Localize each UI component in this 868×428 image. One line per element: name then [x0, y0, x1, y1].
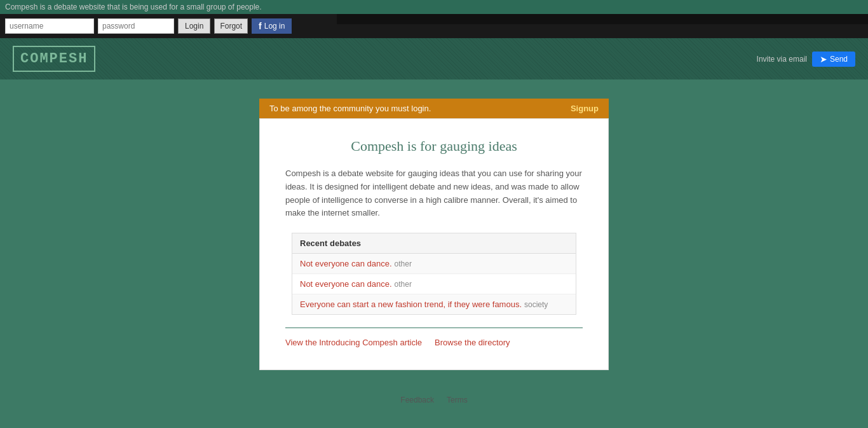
page-footer: Feedback Terms	[400, 396, 467, 404]
card-title: Compesh is for gauging ideas	[285, 138, 583, 155]
debate-item: Not everyone can dance.other	[292, 274, 576, 294]
header: COMPESH Invite via email ➤ Send	[0, 38, 868, 79]
directory-link[interactable]: Browse the directory	[435, 338, 510, 347]
debate-link[interactable]: Not everyone can dance.	[300, 259, 392, 268]
login-notice: To be among the community you must login…	[259, 99, 609, 118]
facebook-icon: f	[259, 21, 262, 31]
send-icon: ➤	[820, 54, 827, 64]
recent-debates-header: Recent debates	[292, 233, 576, 254]
notice-text: To be among the community you must login…	[269, 104, 566, 113]
content-card: Compesh is for gauging ideas Compesh is …	[259, 118, 609, 370]
signup-link[interactable]: Signup	[571, 104, 599, 113]
invite-text: Invite via email	[757, 55, 807, 64]
login-button[interactable]: Login	[178, 18, 210, 34]
debate-item: Everyone can start a new fashion trend, …	[292, 294, 576, 314]
facebook-login-label: Log in	[264, 22, 285, 31]
facebook-login-button[interactable]: f Log in	[252, 18, 292, 34]
forgot-button[interactable]: Forgot	[214, 18, 248, 34]
debate-item: Not everyone can dance.other	[292, 254, 576, 274]
card-divider	[285, 328, 583, 328]
main-content: To be among the community you must login…	[0, 79, 868, 424]
send-button[interactable]: ➤ Send	[812, 52, 855, 67]
debate-link[interactable]: Not everyone can dance.	[300, 279, 392, 289]
recent-debates-box: Recent debates Not everyone can dance.ot…	[292, 233, 576, 315]
password-input[interactable]	[98, 18, 174, 34]
debate-category: other	[395, 280, 412, 289]
login-bar: Login Forgot f Log in	[0, 14, 868, 38]
article-link[interactable]: View the Introducing Compesh article	[285, 338, 422, 347]
terms-link[interactable]: Terms	[447, 396, 468, 404]
invite-area: Invite via email ➤ Send	[757, 52, 855, 67]
card-footer-links: View the Introducing Compesh article Bro…	[285, 338, 583, 350]
debate-category: other	[395, 259, 412, 268]
debate-list: Not everyone can dance.otherNot everyone…	[292, 254, 576, 314]
card-description: Compesh is a debate website for gauging …	[285, 167, 583, 220]
logo[interactable]: COMPESH	[13, 46, 95, 72]
debate-link[interactable]: Everyone can start a new fashion trend, …	[300, 300, 522, 309]
announcement-bar: Compesh is a debate website that is bein…	[0, 0, 868, 14]
feedback-link[interactable]: Feedback	[400, 396, 434, 404]
announcement-text: Compesh is a debate website that is bein…	[5, 3, 262, 11]
debate-category: society	[524, 300, 548, 309]
username-input[interactable]	[5, 18, 94, 34]
send-label: Send	[830, 55, 848, 64]
